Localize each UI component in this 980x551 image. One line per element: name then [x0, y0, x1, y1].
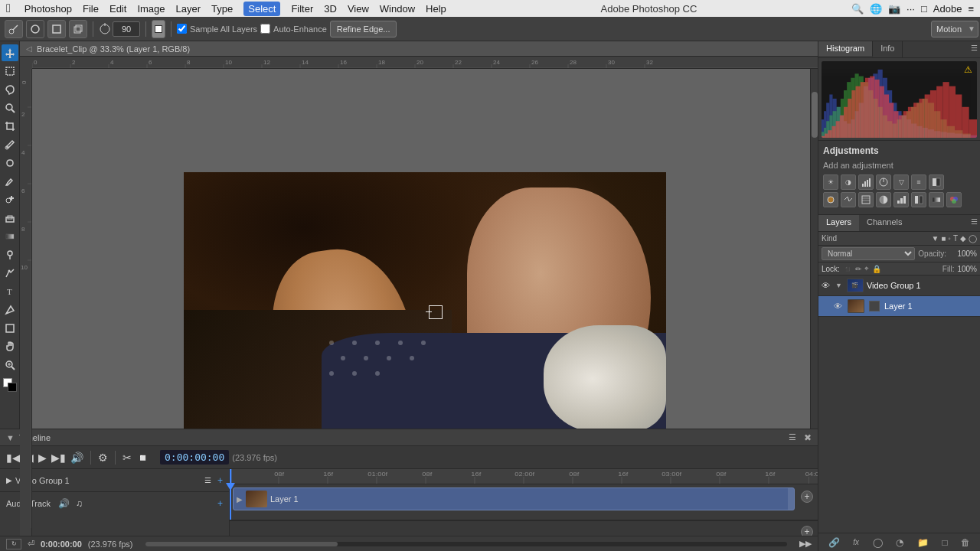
- adj-channel-mixer-icon[interactable]: [841, 192, 856, 207]
- tl-zoom-slider[interactable]: [145, 542, 787, 546]
- adj-threshold-icon[interactable]: [911, 192, 926, 207]
- filter-vector-icon[interactable]: ◆: [960, 234, 966, 243]
- adj-curves-icon[interactable]: ◑: [841, 174, 856, 190]
- menu-select[interactable]: Select: [243, 2, 280, 16]
- histogram-options[interactable]: ☰: [969, 41, 980, 57]
- brush-size-input[interactable]: [113, 21, 140, 37]
- timeline-options-icon[interactable]: ☰: [789, 432, 796, 442]
- select-rect-tool[interactable]: [2, 63, 18, 80]
- pen-tool[interactable]: [2, 265, 18, 282]
- canvas-image[interactable]: [184, 172, 666, 448]
- tab-layers[interactable]: Layers: [818, 215, 859, 231]
- tl-group-options[interactable]: ☰: [204, 476, 211, 484]
- group-expand-icon[interactable]: ▼: [835, 282, 842, 289]
- timeline-close-icon[interactable]: ✖: [804, 432, 812, 443]
- path-select-tool[interactable]: [2, 302, 18, 318]
- menu-view[interactable]: View: [348, 3, 369, 15]
- timeline-collapse-btn[interactable]: ▼: [6, 433, 15, 442]
- adj-black-white-icon[interactable]: [929, 174, 944, 190]
- tl-timecode[interactable]: 0:00:00:00: [160, 450, 229, 465]
- tl-audio-note-icon[interactable]: ♫: [76, 498, 83, 509]
- color-swatch[interactable]: [152, 20, 165, 38]
- patch-tool[interactable]: [2, 155, 18, 171]
- brush-square-btn[interactable]: [47, 20, 66, 38]
- brush-overlay-btn[interactable]: [69, 20, 87, 38]
- create-adjustment-btn[interactable]: ◔: [896, 537, 903, 548]
- tl-to-start-btn[interactable]: ▮◀: [6, 452, 21, 464]
- tl-loop-icon[interactable]: ↻: [6, 539, 21, 549]
- filter-icon-kind[interactable]: ▼: [931, 234, 939, 243]
- crop-tool[interactable]: [2, 118, 18, 135]
- tl-cut-btn[interactable]: ✂: [122, 452, 132, 464]
- tl-zoom-in-btn[interactable]: ▶▶: [799, 539, 812, 549]
- brush-tool-btn[interactable]: [5, 20, 23, 38]
- menu-file[interactable]: File: [83, 3, 99, 15]
- tl-add-audio-btn[interactable]: +: [217, 498, 223, 509]
- adj-gradient-map-icon[interactable]: [929, 192, 944, 207]
- layer-item-1[interactable]: 👁 Layer 1: [818, 296, 980, 317]
- menu-edit[interactable]: Edit: [109, 3, 126, 15]
- menu-layer[interactable]: Layer: [176, 3, 201, 15]
- adj-color-lookup-icon[interactable]: [858, 192, 874, 207]
- tl-group-expand[interactable]: ▶: [6, 476, 12, 484]
- tl-clip-end-handle[interactable]: [788, 488, 794, 510]
- gradient-tool[interactable]: [2, 228, 18, 245]
- brush-tool[interactable]: [2, 173, 18, 190]
- doc-tab-close[interactable]: ◁: [26, 44, 32, 53]
- eraser-tool[interactable]: [2, 210, 18, 227]
- quick-select-tool[interactable]: [2, 99, 18, 116]
- lock-all-icon[interactable]: 🔒: [872, 265, 881, 273]
- filter-pixel-icon[interactable]: ■: [941, 234, 946, 243]
- more-icon[interactable]: ···: [906, 3, 915, 15]
- adj-posterize-icon[interactable]: [893, 192, 909, 207]
- tl-settings-btn[interactable]: ⚙: [98, 452, 108, 464]
- filter-text-icon[interactable]: T: [953, 234, 958, 243]
- tl-play-btn[interactable]: ▶: [38, 452, 47, 464]
- adj-photo-filter-icon[interactable]: [823, 192, 838, 207]
- filter-smart-icon[interactable]: ◯: [969, 234, 977, 243]
- eyedropper-tool[interactable]: [2, 136, 18, 153]
- lock-transparency-icon[interactable]: ◾: [843, 265, 852, 273]
- lock-position-icon[interactable]: ⌖: [864, 264, 869, 273]
- text-tool[interactable]: T: [2, 283, 18, 300]
- tab-info[interactable]: Info: [873, 41, 903, 57]
- hand-tool[interactable]: [2, 338, 18, 355]
- layer-eye-icon[interactable]: 👁: [834, 302, 844, 311]
- tl-audio-btn[interactable]: 🔊: [70, 452, 83, 464]
- link-layers-btn[interactable]: 🔗: [828, 537, 840, 548]
- adj-color-balance-icon[interactable]: ≡: [911, 174, 926, 190]
- brush-circle-btn[interactable]: [26, 20, 44, 38]
- tl-next-frame-btn[interactable]: ▶▮: [51, 452, 66, 464]
- fx-btn[interactable]: fx: [853, 538, 859, 546]
- dodge-tool[interactable]: [2, 246, 18, 263]
- tl-video-clip[interactable]: ▶ Layer 1: [233, 487, 795, 510]
- menu-extra-icon[interactable]: ≡: [968, 3, 974, 15]
- vscroll-thumb[interactable]: [812, 92, 818, 138]
- move-tool[interactable]: [2, 44, 18, 61]
- adj-brightness-icon[interactable]: ☀: [823, 174, 838, 190]
- menu-filter[interactable]: Filter: [291, 3, 313, 15]
- menu-image[interactable]: Image: [137, 3, 165, 15]
- tl-audio-volume-icon[interactable]: 🔊: [58, 498, 70, 509]
- color-boxes[interactable]: [3, 378, 17, 392]
- tl-zoom-thumb[interactable]: [145, 542, 338, 546]
- add-mask-btn[interactable]: ◯: [873, 537, 883, 548]
- auto-enhance-checkbox[interactable]: [260, 24, 270, 34]
- window-icon[interactable]: □: [921, 3, 927, 15]
- notification-icon[interactable]: 🌐: [870, 3, 882, 15]
- motion-select[interactable]: Motion: [931, 21, 978, 37]
- menu-photoshop[interactable]: Photoshop: [24, 3, 72, 15]
- adj-selective-color-icon[interactable]: [946, 192, 962, 207]
- menu-3d[interactable]: 3D: [324, 3, 337, 15]
- group-eye-icon[interactable]: 👁: [822, 281, 832, 290]
- adj-hue-icon[interactable]: [876, 174, 891, 190]
- delete-layer-btn[interactable]: 🗑: [961, 537, 970, 548]
- camera-icon[interactable]: 📷: [888, 3, 900, 15]
- fill-value[interactable]: 100%: [957, 265, 977, 273]
- tl-clip-expand[interactable]: ▶: [237, 495, 243, 504]
- blend-mode-select[interactable]: Normal: [822, 247, 915, 260]
- tl-share-icon[interactable]: ⏎: [28, 539, 34, 549]
- adj-levels-icon[interactable]: [858, 174, 874, 190]
- clone-stamp-tool[interactable]: [2, 191, 18, 208]
- tab-channels[interactable]: Channels: [859, 215, 910, 231]
